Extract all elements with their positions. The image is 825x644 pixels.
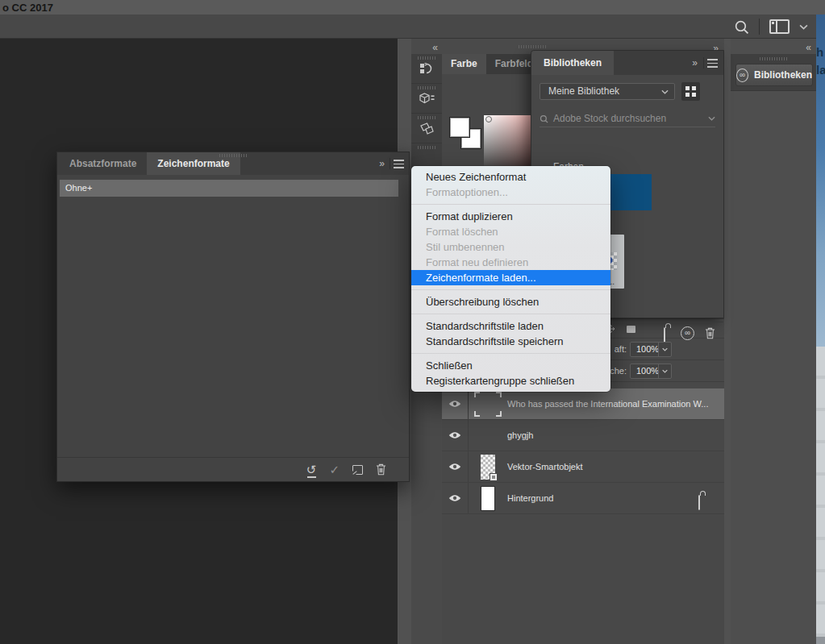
perspective-icon: [419, 123, 434, 135]
panel-menu-icon[interactable]: [394, 160, 404, 168]
background-image-fragment: h la: [816, 15, 825, 347]
creative-cloud-icon: [736, 69, 748, 82]
chevron-down-icon[interactable]: [799, 24, 808, 30]
layer-row[interactable]: Who has passed the International Examina…: [442, 388, 724, 420]
expand-panel-icon[interactable]: [379, 156, 385, 169]
visibility-toggle[interactable]: [442, 388, 469, 419]
menu-item[interactable]: Überschreibung löschen: [411, 294, 610, 310]
menu-separator: [411, 204, 610, 205]
panel-icon-history[interactable]: [411, 54, 442, 84]
grip-dots: [760, 57, 787, 60]
menu-item[interactable]: Registerkartengruppe schließen: [411, 373, 610, 388]
menu-item: Format löschen: [411, 224, 610, 239]
trash-icon[interactable]: [376, 463, 386, 476]
background-list-fragment: [816, 347, 825, 637]
grip-dots: [519, 45, 546, 48]
creative-cloud-icon[interactable]: [681, 326, 694, 340]
new-style-icon[interactable]: [352, 465, 363, 475]
menu-item: Stil umbenennen: [411, 239, 610, 255]
grip-dots: [418, 116, 435, 119]
options-bar: [0, 15, 816, 39]
layer-thumbnail[interactable]: [469, 486, 507, 511]
menu-separator: [411, 353, 610, 354]
trash-icon[interactable]: [705, 327, 715, 339]
visibility-toggle[interactable]: [442, 483, 469, 513]
workspace-icon[interactable]: [769, 19, 790, 34]
libraries-dock-button[interactable]: Bibliotheken: [735, 64, 813, 86]
collapse-panels-icon[interactable]: [432, 39, 438, 54]
layer-name[interactable]: Vektor-Smartobjekt: [507, 462, 583, 472]
menu-item[interactable]: Neues Zeichenformat: [411, 169, 610, 185]
clear-overrides-icon[interactable]: [306, 464, 317, 476]
background-footer-fragment: [816, 637, 825, 644]
tab-bibliotheken[interactable]: Bibliotheken: [531, 51, 614, 75]
smart-object-badge: [490, 473, 498, 481]
menu-item-highlighted[interactable]: Zeichenformate laden...: [411, 270, 610, 285]
background-window-sliver: h la: [816, 15, 825, 644]
chevron-down-icon: [658, 343, 671, 356]
chevron-down-icon: [661, 89, 669, 94]
search-icon[interactable]: [734, 19, 749, 35]
divider: [703, 57, 704, 69]
layer-thumbnail[interactable]: [469, 455, 507, 480]
layer-locked-icon: [698, 496, 700, 510]
panel-menu-icon[interactable]: [707, 59, 718, 68]
stock-search-field[interactable]: Adobe Stock durchsuchen: [540, 110, 715, 127]
layer-thumbnail[interactable]: [469, 392, 507, 417]
menu-item[interactable]: Format duplizieren: [411, 209, 610, 224]
collapsed-panel-dock-right: Bibliotheken: [731, 39, 816, 644]
grid-view-button[interactable]: [681, 82, 700, 101]
layer-row[interactable]: Vektor-Smartobjekt: [442, 451, 724, 483]
expand-panel-icon[interactable]: [692, 56, 698, 69]
layer-row[interactable]: Hintergrund: [442, 483, 724, 514]
layer-name[interactable]: ghygjh: [507, 430, 533, 440]
grid-icon: [685, 86, 696, 97]
visibility-toggle[interactable]: [442, 451, 469, 482]
search-icon: [540, 114, 548, 123]
style-row-none[interactable]: Ohne+: [60, 180, 398, 197]
opacity-dropdown[interactable]: 100%: [630, 342, 672, 357]
apply-checkmark-icon[interactable]: [329, 463, 340, 477]
tab-farbe[interactable]: Farbe: [442, 54, 486, 74]
layer-name[interactable]: Hintergrund: [507, 493, 553, 503]
styles-tabbar: Absatzformate Zeichenformate: [57, 152, 409, 175]
color-picker-marker[interactable]: [485, 116, 492, 123]
menu-separator: [411, 289, 610, 290]
styles-list: Ohne+: [57, 175, 409, 457]
grip-dots: [418, 86, 435, 89]
chevron-down-icon: [658, 364, 671, 378]
visibility-toggle[interactable]: [442, 420, 469, 451]
cube-icon: [419, 93, 435, 104]
menu-item[interactable]: Standardschriftstile laden: [411, 318, 610, 334]
styles-footer: [57, 457, 409, 481]
search-placeholder: Adobe Stock durchsuchen: [553, 113, 703, 124]
grip-dots: [418, 146, 435, 149]
chevron-down-icon: [708, 116, 715, 121]
menu-separator: [411, 314, 610, 314]
app-title: o CC 2017: [2, 2, 53, 14]
tab-absatzformate[interactable]: Absatzformate: [59, 152, 147, 175]
layer-row[interactable]: ghygjh: [442, 420, 724, 451]
fill-dropdown[interactable]: 100%: [630, 364, 672, 379]
collapse-panels-icon[interactable]: [806, 39, 811, 54]
libraries-tabbar: Bibliotheken: [531, 51, 723, 75]
history-icon: [419, 63, 434, 74]
dock-gutter: [724, 39, 731, 644]
menu-item[interactable]: Standardschriftstile speichern: [411, 334, 610, 349]
menu-item[interactable]: Schließen: [411, 358, 610, 373]
menu-item: Formatoptionen...: [411, 185, 610, 200]
grip-dots: [418, 56, 435, 60]
photoshop-window: o CC 2017: [0, 0, 825, 644]
grip-dots: [219, 154, 247, 157]
background-text-fragment: la: [816, 63, 825, 77]
panel-icon-3d[interactable]: [411, 84, 442, 114]
library-select[interactable]: Meine Bibliothek: [540, 83, 675, 100]
panel-context-menu: Neues Zeichenformat Formatoptionen... Fo…: [411, 166, 610, 392]
layer-name[interactable]: Who has passed the International Examina…: [507, 399, 708, 409]
menubar: o CC 2017: [0, 0, 825, 15]
panel-icon-transform[interactable]: [411, 114, 442, 143]
background-text-fragment: h: [816, 45, 823, 59]
menu-item: Format neu definieren: [411, 255, 610, 270]
character-styles-panel: Absatzformate Zeichenformate Ohne+: [56, 152, 410, 482]
foreground-color-swatch[interactable]: [450, 118, 469, 137]
